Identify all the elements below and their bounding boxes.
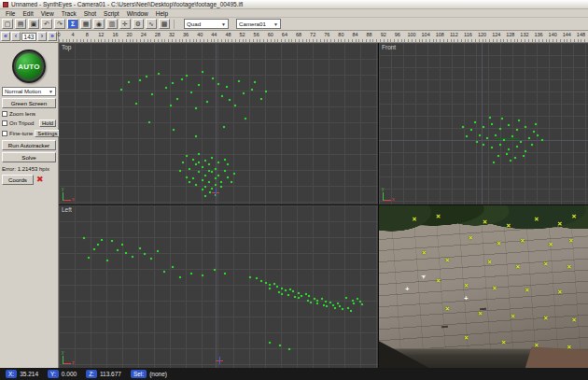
green-screen-button[interactable]: Green Screen — [2, 98, 56, 108]
solve-button[interactable]: Solve — [2, 152, 56, 162]
viewport-camera[interactable]: ✕✕✕✕✕✕✕✕✕✕✕✕✕✕✕✕✕✕✕✕✕✕✕✕✕✕✕✕✕✕✕✕➤++ — [379, 205, 588, 368]
tracking-marker[interactable]: ✕ — [436, 278, 441, 285]
menu-item-help[interactable]: Help — [152, 10, 172, 17]
new-icon[interactable]: ▢ — [2, 19, 13, 29]
tracking-marker[interactable]: ✕ — [492, 286, 497, 292]
tracker-point[interactable] — [466, 135, 468, 137]
tracking-marker[interactable]: ✕ — [436, 214, 441, 220]
auto-button[interactable]: AUTO — [12, 49, 46, 83]
tracker-point[interactable] — [208, 170, 210, 172]
tracker-point[interactable] — [144, 253, 146, 255]
tracker-point[interactable] — [361, 303, 363, 305]
tracking-marker[interactable]: ✕ — [487, 259, 492, 265]
tracker-point[interactable] — [359, 301, 361, 303]
tracker-point[interactable] — [139, 247, 141, 249]
tracker-point[interactable] — [314, 298, 315, 300]
tracker-point[interactable] — [198, 162, 200, 163]
tracker-point[interactable] — [190, 273, 192, 274]
tracker-point[interactable] — [254, 81, 256, 83]
tracker-point[interactable] — [139, 79, 141, 81]
tracker-point[interactable] — [186, 176, 188, 178]
tracker-point[interactable] — [106, 260, 108, 261]
tracker-point[interactable] — [202, 71, 203, 73]
tracker-point[interactable] — [528, 137, 530, 139]
tracker-point[interactable] — [227, 176, 229, 178]
tracker-point[interactable] — [163, 271, 165, 273]
tracker-point[interactable] — [339, 305, 341, 307]
tracking-marker[interactable]: ✕ — [464, 283, 469, 289]
redo-icon[interactable]: ↷ — [54, 19, 65, 29]
tracker-point[interactable] — [260, 98, 262, 100]
tracker-point[interactable] — [204, 175, 206, 176]
tracking-marker[interactable]: ✕ — [506, 223, 511, 230]
tracker-point[interactable] — [483, 126, 484, 128]
tracker-point[interactable] — [198, 171, 200, 173]
tracker-point[interactable] — [117, 249, 119, 251]
image-prep-icon[interactable]: ▦ — [80, 19, 91, 29]
tracker-point[interactable] — [278, 291, 280, 293]
tracker-point[interactable] — [192, 177, 194, 179]
tracker-point[interactable] — [483, 144, 484, 146]
tracker-point[interactable] — [204, 186, 206, 188]
tracking-marker[interactable]: ✕ — [412, 217, 416, 223]
tracker-point[interactable] — [474, 121, 476, 123]
tracker-point[interactable] — [525, 150, 526, 152]
grid-icon[interactable]: ▩ — [159, 19, 170, 29]
tracker-point[interactable] — [173, 129, 175, 131]
tracker-point[interactable] — [179, 170, 181, 172]
tracking-marker[interactable]: ✕ — [478, 311, 483, 317]
tracking-marker[interactable]: ✕ — [483, 219, 487, 226]
tracker-point[interactable] — [233, 173, 235, 175]
tracking-marker[interactable]: ✕ — [534, 342, 539, 348]
menu-item-shot[interactable]: Shot — [80, 10, 100, 17]
summary-sigma-icon[interactable]: Σ — [67, 19, 78, 29]
tracker-point[interactable] — [516, 146, 518, 148]
tracker-point[interactable] — [192, 159, 194, 161]
tracker-point[interactable] — [148, 121, 150, 123]
go-start-button[interactable]: « — [1, 32, 10, 41]
tracker-point[interactable] — [172, 266, 174, 268]
graph-icon[interactable]: ∿ — [146, 19, 157, 29]
tracker-point[interactable] — [195, 107, 197, 109]
tracker-point[interactable] — [251, 89, 253, 91]
tracking-marker[interactable]: ✕ — [571, 317, 576, 324]
tracker-point[interactable] — [223, 126, 225, 128]
tracker-point[interactable] — [510, 160, 511, 162]
tracker-point[interactable] — [128, 81, 130, 83]
tracker-point[interactable] — [204, 195, 206, 197]
tracker-point[interactable] — [186, 75, 188, 77]
frame-ruler[interactable]: 0481216202428323640444852566064687276808… — [59, 31, 588, 42]
tracker-point[interactable] — [308, 295, 310, 297]
tracker-point[interactable] — [195, 184, 197, 186]
tracker-point[interactable] — [516, 129, 518, 131]
undo-icon[interactable]: ↶ — [41, 19, 52, 29]
tracker-point[interactable] — [132, 256, 133, 258]
tracker-point[interactable] — [256, 277, 258, 279]
tracker-point[interactable] — [353, 303, 355, 304]
settings-button[interactable]: Settings — [35, 130, 60, 137]
zoom-lens-checkbox[interactable] — [2, 111, 7, 117]
tracker-point[interactable] — [511, 135, 513, 137]
tracker-point[interactable] — [249, 276, 251, 278]
tracking-marker[interactable]: ✕ — [445, 306, 450, 313]
tracker-point[interactable] — [269, 288, 271, 289]
tracker-point[interactable] — [541, 139, 543, 141]
tracker-point[interactable] — [525, 126, 526, 128]
menu-item-track[interactable]: Track — [58, 10, 80, 17]
tracker-point[interactable] — [518, 120, 520, 121]
tracker-point[interactable] — [357, 298, 358, 300]
tracker-point[interactable] — [310, 302, 312, 303]
tracker-point[interactable] — [208, 163, 210, 165]
go-end-button[interactable]: » — [48, 32, 57, 41]
tracker-point[interactable] — [523, 155, 525, 157]
tracker-point[interactable] — [234, 105, 236, 106]
tracker-point[interactable] — [292, 290, 294, 292]
tracker-point[interactable] — [499, 128, 501, 130]
tracking-marker[interactable]: ✕ — [571, 214, 576, 220]
tracker-point[interactable] — [476, 141, 478, 143]
tracker-point[interactable] — [493, 162, 495, 163]
tracker-point[interactable] — [224, 273, 226, 274]
tracker-point[interactable] — [298, 297, 300, 299]
tracker-point[interactable] — [202, 179, 203, 181]
tracker-point[interactable] — [470, 129, 472, 131]
